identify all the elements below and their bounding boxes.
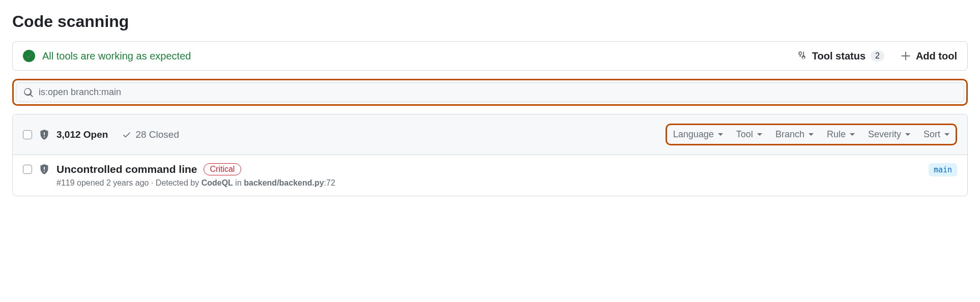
alert-main: Uncontrolled command line Critical #119 … bbox=[56, 163, 921, 188]
alert-title[interactable]: Uncontrolled command line bbox=[56, 163, 197, 175]
open-count[interactable]: 3,012 Open bbox=[56, 129, 108, 140]
check-circle-icon bbox=[23, 50, 35, 62]
plus-icon bbox=[901, 51, 911, 61]
tools-icon bbox=[797, 51, 807, 61]
search-highlight bbox=[12, 79, 968, 106]
select-all-checkbox[interactable] bbox=[23, 130, 32, 139]
search-input[interactable] bbox=[39, 87, 957, 98]
closed-count-label: 28 Closed bbox=[135, 129, 179, 140]
status-left: All tools are working as expected bbox=[23, 50, 191, 62]
filter-sort[interactable]: Sort bbox=[924, 129, 949, 140]
status-bar: All tools are working as expected Tool s… bbox=[12, 41, 968, 71]
alert-row[interactable]: Uncontrolled command line Critical #119 … bbox=[13, 155, 967, 196]
alert-checkbox[interactable] bbox=[23, 165, 32, 174]
alerts-list: 3,012 Open 28 Closed Language Tool Branc… bbox=[12, 114, 968, 196]
alert-tool: CodeQL bbox=[201, 178, 233, 187]
search-icon bbox=[23, 87, 34, 98]
page-title: Code scanning bbox=[12, 12, 968, 31]
alert-line: :72 bbox=[324, 178, 335, 187]
filter-severity[interactable]: Severity bbox=[868, 129, 910, 140]
branch-tag[interactable]: main bbox=[929, 163, 957, 176]
search-container bbox=[16, 82, 964, 102]
alert-meta-mid: in bbox=[233, 178, 244, 187]
alert-meta: #119 opened 2 years ago · Detected by Co… bbox=[56, 178, 921, 188]
filters-highlight: Language Tool Branch Rule Severity Sort bbox=[666, 124, 957, 145]
list-header-left: 3,012 Open 28 Closed bbox=[23, 129, 179, 140]
severity-badge: Critical bbox=[204, 163, 242, 175]
list-header: 3,012 Open 28 Closed Language Tool Branc… bbox=[13, 114, 967, 155]
add-tool-label: Add tool bbox=[916, 50, 957, 62]
alert-row-controls bbox=[23, 163, 49, 174]
alert-title-line: Uncontrolled command line Critical bbox=[56, 163, 921, 175]
add-tool-button[interactable]: Add tool bbox=[901, 50, 957, 62]
shield-alert-icon bbox=[39, 164, 49, 174]
status-message: All tools are working as expected bbox=[42, 50, 191, 62]
closed-count[interactable]: 28 Closed bbox=[122, 129, 179, 140]
tool-status-label: Tool status bbox=[812, 50, 866, 62]
status-actions: Tool status 2 Add tool bbox=[797, 50, 957, 62]
alert-file: backend/backend.py bbox=[244, 178, 324, 187]
filter-tool[interactable]: Tool bbox=[736, 129, 762, 140]
tool-status-button[interactable]: Tool status 2 bbox=[797, 50, 884, 62]
shield-alert-icon bbox=[39, 130, 49, 140]
filter-rule[interactable]: Rule bbox=[827, 129, 855, 140]
filter-language[interactable]: Language bbox=[673, 129, 723, 140]
check-icon bbox=[122, 130, 131, 139]
filter-branch[interactable]: Branch bbox=[775, 129, 814, 140]
tool-status-count: 2 bbox=[871, 50, 884, 62]
alert-meta-prefix: #119 opened 2 years ago · Detected by bbox=[56, 178, 201, 187]
